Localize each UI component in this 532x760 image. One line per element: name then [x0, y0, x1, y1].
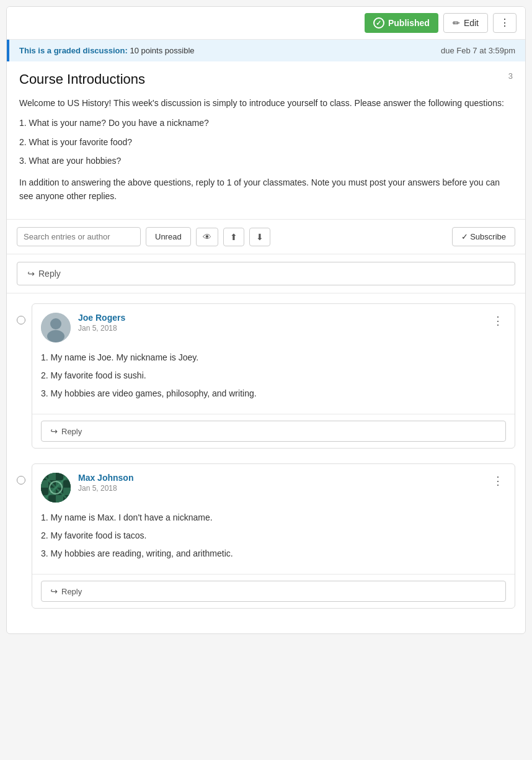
sort-asc-button[interactable]: ⬆: [223, 228, 244, 246]
post-unread-indicator: [17, 316, 25, 324]
post-more-button[interactable]: ⋮: [489, 473, 507, 489]
post-reply-button[interactable]: ↩ Reply: [41, 581, 506, 602]
post-entry: Joe Rogers Jan 5, 2018 ⋮ 1. My name is J…: [17, 303, 515, 449]
reply-count-badge: 3: [508, 71, 513, 81]
post-date: Jan 5, 2018: [78, 324, 506, 333]
more-options-button[interactable]: ⋮: [493, 13, 516, 33]
unread-label: Unread: [155, 232, 182, 241]
points-text: 10 points possible: [130, 46, 194, 55]
svg-point-2: [47, 330, 64, 342]
published-label: Published: [388, 18, 430, 28]
question-3: 3. What are your hobbies?: [19, 154, 513, 168]
sort-desc-icon: ⬇: [256, 232, 264, 242]
sort-desc-button[interactable]: ⬇: [249, 228, 270, 246]
unread-button[interactable]: Unread: [146, 227, 191, 246]
edit-button[interactable]: ✏ Edit: [443, 13, 488, 33]
svg-rect-8: [41, 480, 48, 488]
pencil-icon: ✏: [453, 18, 460, 28]
post-date: Jan 5, 2018: [78, 484, 506, 493]
published-button[interactable]: ✓ Published: [365, 13, 438, 33]
subscribe-button[interactable]: ✓ Subscribe: [452, 227, 515, 246]
svg-rect-15: [63, 488, 71, 495]
reply-label: Reply: [61, 427, 82, 436]
post-body-item: 3. My hobbies are reading, writing, and …: [41, 547, 506, 560]
due-date: due Feb 7 at 3:59pm: [441, 46, 515, 55]
check-icon: ✓: [373, 17, 384, 29]
discussion-note: In addition to answering the above quest…: [19, 176, 513, 203]
post-body-item: 2. My favorite food is tacos.: [41, 529, 506, 542]
more-icon: ⋮: [500, 17, 510, 28]
reply-arrow-icon: ↩: [50, 586, 58, 596]
post-entry: Max Johnson Jan 5, 2018 ⋮ 1. My name is …: [17, 463, 515, 609]
post-card: Joe Rogers Jan 5, 2018 ⋮ 1. My name is J…: [32, 303, 515, 449]
discussion-body: Welcome to US History! This week's discu…: [19, 96, 513, 203]
discussion-title: Course Introductions: [19, 71, 513, 87]
avatar: [41, 313, 71, 342]
post-header: Max Johnson Jan 5, 2018 ⋮: [32, 464, 515, 509]
reply-arrow-icon: ↩: [50, 426, 58, 436]
search-input[interactable]: [17, 227, 141, 246]
svg-rect-11: [63, 480, 71, 488]
svg-point-1: [50, 318, 61, 329]
post-author[interactable]: Joe Rogers: [78, 313, 506, 323]
post-meta: Max Johnson Jan 5, 2018: [78, 473, 506, 493]
filter-bar: Unread 👁 ⬆ ⬇ ✓ Subscribe: [7, 220, 525, 254]
post-author[interactable]: Max Johnson: [78, 473, 506, 483]
svg-rect-12: [41, 488, 48, 495]
post-body-item: 1. My name is Joe. My nickname is Joey.: [41, 351, 506, 364]
post-more-button[interactable]: ⋮: [489, 313, 507, 329]
post-unread-indicator: [17, 476, 25, 485]
post-header: Joe Rogers Jan 5, 2018 ⋮: [32, 304, 515, 349]
sort-asc-icon: ⬆: [230, 232, 237, 242]
pattern-avatar-svg: [41, 473, 71, 503]
reply-label: Reply: [61, 587, 82, 596]
posts-section: Joe Rogers Jan 5, 2018 ⋮ 1. My name is J…: [7, 293, 525, 633]
post-body-item: 1. My name is Max. I don't have a nickna…: [41, 511, 506, 524]
svg-rect-6: [56, 473, 63, 480]
post-body-item: 2. My favorite food is sushi.: [41, 369, 506, 382]
post-reply-button[interactable]: ↩ Reply: [41, 421, 506, 442]
main-reply-area: ↩ Reply: [7, 254, 525, 293]
svg-rect-5: [48, 473, 56, 480]
eye-icon: 👁: [203, 232, 211, 242]
reply-label: Reply: [38, 269, 61, 279]
post-card: Max Johnson Jan 5, 2018 ⋮ 1. My name is …: [32, 463, 515, 609]
main-reply-button[interactable]: ↩ Reply: [17, 262, 515, 285]
post-reply-area: ↩ Reply: [32, 414, 515, 448]
page-container: ✓ Published ✏ Edit ⋮ This is a graded di…: [6, 6, 526, 634]
toolbar: ✓ Published ✏ Edit ⋮: [7, 7, 525, 40]
eye-button[interactable]: 👁: [196, 228, 218, 246]
subscribe-label: ✓ Subscribe: [461, 232, 506, 241]
graded-info: This is a graded discussion: 10 points p…: [19, 46, 195, 55]
graded-text: This is a graded discussion:: [19, 46, 128, 55]
question-1: 1. What is your name? Do you have a nick…: [19, 116, 513, 130]
post-reply-area: ↩ Reply: [32, 574, 515, 608]
svg-rect-18: [56, 495, 63, 503]
post-body: 1. My name is Max. I don't have a nickna…: [32, 509, 515, 574]
post-body: 1. My name is Joe. My nickname is Joey. …: [32, 349, 515, 414]
default-avatar-svg: [41, 313, 71, 342]
question-2: 2. What is your favorite food?: [19, 135, 513, 149]
post-body-item: 3. My hobbies are video games, philosoph…: [41, 387, 506, 400]
discussion-intro: Welcome to US History! This week's discu…: [19, 96, 513, 110]
reply-arrow-icon: ↩: [27, 269, 35, 279]
edit-label: Edit: [464, 18, 479, 28]
avatar: [41, 473, 71, 503]
svg-rect-17: [48, 495, 56, 503]
post-meta: Joe Rogers Jan 5, 2018: [78, 313, 506, 333]
info-banner: This is a graded discussion: 10 points p…: [7, 40, 525, 61]
discussion-content: 3 Course Introductions Welcome to US His…: [7, 61, 525, 220]
